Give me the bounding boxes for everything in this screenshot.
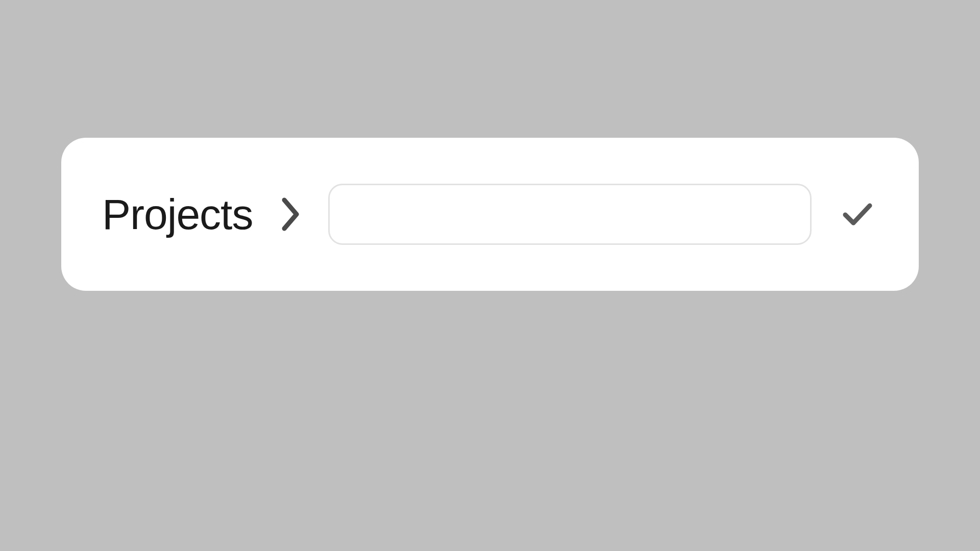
confirm-button[interactable] — [837, 196, 878, 233]
breadcrumb-edit-card: Projects — [61, 138, 919, 291]
breadcrumb-parent-label[interactable]: Projects — [102, 190, 253, 239]
project-name-input[interactable] — [328, 184, 812, 245]
check-icon — [842, 201, 873, 228]
chevron-right-icon — [278, 196, 303, 233]
